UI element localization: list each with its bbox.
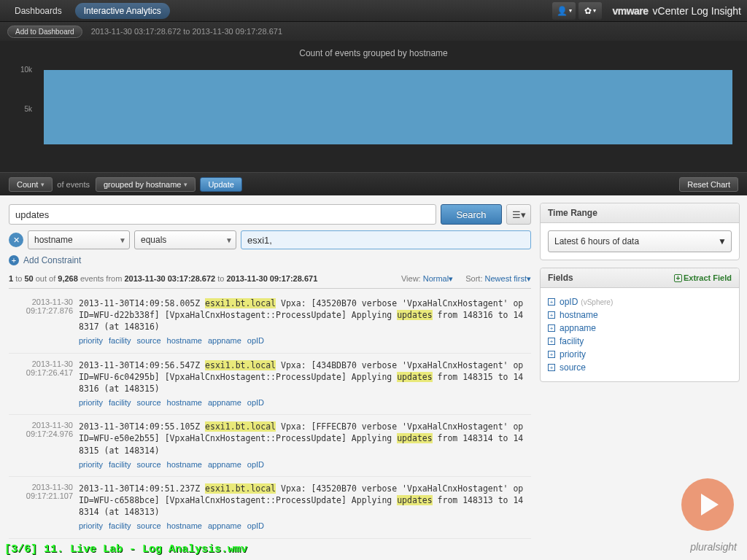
event-field-link[interactable]: opID xyxy=(247,398,264,407)
video-caption: [3/6] 11. Live Lab - Log Analysis.wmv xyxy=(4,543,247,556)
field-item[interactable]: +source xyxy=(548,361,732,374)
search-input[interactable] xyxy=(9,204,436,225)
event-field-links: priorityfacilitysourcehostnameappnameopI… xyxy=(79,335,528,346)
chart-plot[interactable] xyxy=(36,63,740,165)
metric-dropdown[interactable]: Count▾ xyxy=(9,177,53,192)
event-field-link[interactable]: facility xyxy=(109,521,131,530)
event-timestamp: 2013-11-3009:17:26.417 xyxy=(12,359,79,409)
results-header: 1 to 50 out of 9,268 events from 2013-11… xyxy=(9,274,531,289)
fields-panel: Fields +Extract Field +opID(vSphere)+hos… xyxy=(540,268,740,382)
reset-chart-button[interactable]: Reset Chart xyxy=(679,177,738,192)
event-timestamp: 2013-11-3009:17:24.976 xyxy=(12,421,79,470)
event-field-links: priorityfacilitysourcehostnameappnameopI… xyxy=(79,459,528,470)
filter-op-dropdown[interactable]: equals▼ xyxy=(134,230,236,249)
event-field-link[interactable]: source xyxy=(137,336,161,345)
panel-title: Fields xyxy=(548,273,573,283)
event-field-link[interactable]: facility xyxy=(109,460,131,469)
view-mode-dropdown[interactable]: Normal▾ xyxy=(423,274,453,283)
panel-title: Time Range xyxy=(548,208,597,218)
event-field-links: priorityfacilitysourcehostnameappnameopI… xyxy=(79,521,528,532)
event-field-link[interactable]: hostname xyxy=(167,460,202,469)
event-list: 2013-11-3009:17:27.8762013-11-30T14:09:5… xyxy=(9,292,531,554)
sort-mode-dropdown[interactable]: Newest first▾ xyxy=(485,274,531,283)
event-field-link[interactable]: source xyxy=(137,521,161,530)
update-button[interactable]: Update xyxy=(200,177,241,192)
event-field-link[interactable]: hostname xyxy=(167,336,202,345)
tab-interactive-analytics[interactable]: Interactive Analytics xyxy=(75,3,170,19)
event-field-link[interactable]: appname xyxy=(208,521,241,530)
event-message: 2013-11-30T14:09:56.547Z esxi1.bt.local … xyxy=(79,359,528,409)
event-field-link[interactable]: source xyxy=(137,460,161,469)
brand-logo: vmware xyxy=(612,5,648,17)
event-message: 2013-11-30T14:09:51.237Z esxi1.bt.local … xyxy=(79,483,528,532)
list-icon: ☰ xyxy=(512,209,521,220)
filter-field-dropdown[interactable]: hostname▼ xyxy=(28,230,130,249)
field-item[interactable]: +appname xyxy=(548,322,732,335)
top-bar: Dashboards Interactive Analytics 👤▾ ✿▾ v… xyxy=(0,0,747,22)
event-field-link[interactable]: hostname xyxy=(167,521,202,530)
event-field-link[interactable]: facility xyxy=(109,398,131,407)
chart-controls: Count▾ of events grouped by hostname▾ Up… xyxy=(0,172,747,195)
event-field-link[interactable]: appname xyxy=(208,336,241,345)
brand: vmware vCenter Log Insight xyxy=(612,5,741,17)
filter-value-input[interactable] xyxy=(241,230,531,249)
event-row[interactable]: 2013-11-3009:17:26.4172013-11-30T14:09:5… xyxy=(9,354,531,416)
event-row[interactable]: 2013-11-3009:17:21.1072013-11-30T14:09:5… xyxy=(9,477,531,539)
event-field-link[interactable]: opID xyxy=(247,336,264,345)
event-field-link[interactable]: source xyxy=(137,398,161,407)
add-constraint-button[interactable]: + Add Constraint xyxy=(9,255,531,265)
event-field-link[interactable]: opID xyxy=(247,521,264,530)
event-field-link[interactable]: facility xyxy=(109,336,131,345)
brand-product: vCenter Log Insight xyxy=(653,5,741,17)
user-menu[interactable]: 👤▾ xyxy=(552,2,576,20)
y-tick: 5k xyxy=(24,105,32,113)
event-field-link[interactable]: priority xyxy=(79,521,103,530)
of-label: of events xyxy=(57,180,90,189)
event-field-link[interactable]: priority xyxy=(79,460,103,469)
y-tick: 10k xyxy=(20,66,32,74)
chart-bar[interactable] xyxy=(44,70,732,144)
tab-dashboards[interactable]: Dashboards xyxy=(6,3,71,19)
pluralsight-watermark: pluralsight xyxy=(690,541,737,553)
event-field-link[interactable]: priority xyxy=(79,336,103,345)
event-row[interactable]: 2013-11-3009:17:27.8762013-11-30T14:09:5… xyxy=(9,292,531,354)
field-item[interactable]: +opID(vSphere) xyxy=(548,295,732,308)
search-button[interactable]: Search xyxy=(441,204,502,225)
play-overlay-icon xyxy=(681,478,734,531)
remove-filter-button[interactable]: ✕ xyxy=(9,233,23,247)
extract-field-button[interactable]: +Extract Field xyxy=(674,273,732,282)
time-range-panel: Time Range Latest 6 hours of data▼ xyxy=(540,203,740,260)
event-field-link[interactable]: priority xyxy=(79,398,103,407)
event-message: 2013-11-30T14:09:55.105Z esxi1.bt.local … xyxy=(79,421,528,470)
sub-header: Add to Dashboard 2013-11-30 03:17:28.672… xyxy=(0,22,747,41)
gear-icon: ✿ xyxy=(584,6,592,16)
event-field-link[interactable]: appname xyxy=(208,460,241,469)
search-options-button[interactable]: ☰▾ xyxy=(506,204,531,225)
time-range-display: 2013-11-30 03:17:28.672 to 2013-11-30 09… xyxy=(91,27,282,36)
user-icon: 👤 xyxy=(557,6,568,16)
event-field-link[interactable]: hostname xyxy=(167,398,202,407)
chart-area: Count of events grouped by hostname 10k … xyxy=(0,41,747,172)
plus-icon: + xyxy=(9,255,19,265)
field-item[interactable]: +hostname xyxy=(548,308,732,322)
event-timestamp: 2013-11-3009:17:27.876 xyxy=(12,298,79,347)
event-field-link[interactable]: appname xyxy=(208,398,241,407)
field-item[interactable]: +priority xyxy=(548,348,732,361)
event-field-link[interactable]: opID xyxy=(247,460,264,469)
event-message: 2013-11-30T14:09:58.005Z esxi1.bt.local … xyxy=(79,298,528,347)
event-timestamp: 2013-11-3009:17:21.107 xyxy=(12,483,79,532)
groupby-dropdown[interactable]: grouped by hostname▾ xyxy=(96,177,196,192)
y-axis: 10k 5k xyxy=(7,63,36,165)
field-item[interactable]: +facility xyxy=(548,335,732,348)
event-field-links: priorityfacilitysourcehostnameappnameopI… xyxy=(79,397,528,408)
event-row[interactable]: 2013-11-3009:17:24.9762013-11-30T14:09:5… xyxy=(9,415,531,477)
filter-row: ✕ hostname▼ equals▼ xyxy=(9,230,531,249)
time-range-dropdown[interactable]: Latest 6 hours of data▼ xyxy=(548,230,732,252)
add-to-dashboard-button[interactable]: Add to Dashboard xyxy=(7,26,82,38)
chart-title: Count of events grouped by hostname xyxy=(7,45,740,63)
settings-menu[interactable]: ✿▾ xyxy=(578,2,602,20)
